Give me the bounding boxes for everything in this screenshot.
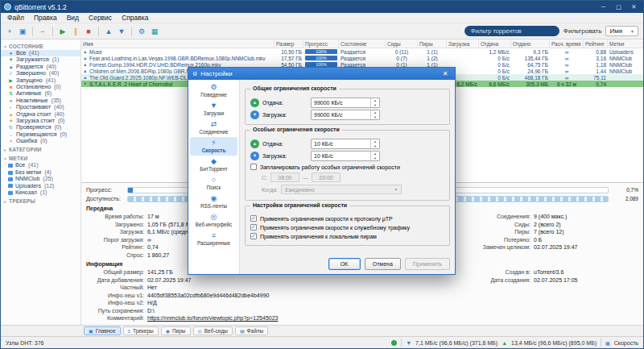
connection-status-icon[interactable] [391,340,397,346]
tag-filter-all[interactable]: Все(41) [1,162,80,168]
upload-speed[interactable]: 13,4 МБ/с (96,6 МБ/с) (895,0 МБ) [511,340,597,346]
checkbox-checked-icon[interactable] [250,224,257,231]
column-header-ratio[interactable]: Рейтинг [584,39,608,48]
close-button[interactable]: ✕ [628,3,640,10]
status-filter-inactive[interactable]: ●Неактивные(35) [1,98,80,104]
nav-advanced[interactable]: ≡Расширенные [190,230,237,248]
maximize-button[interactable]: ▢ [613,3,625,10]
torrent-filter-input[interactable] [464,26,559,36]
checkbox-unchecked-icon[interactable] [250,164,257,170]
schedule-days-select[interactable]: Ежедневно▼ [281,185,402,194]
nav-webui[interactable]: ◎Веб-интерфейс [190,211,237,230]
add-torrent-file-icon[interactable]: ▣ [17,26,28,37]
table-row[interactable]: ▲Muse 10,50 ГБ 100% Раздается 0 (11) 1 (… [81,48,643,55]
limit-overhead-checkbox[interactable]: Применять ограничения скорости к служебн… [250,224,444,231]
stop-icon[interactable]: ■ [83,26,94,37]
dialog-close-icon[interactable]: ✕ [440,70,451,77]
column-header-peers[interactable]: Пиры [418,39,447,48]
filter-column-select[interactable]: Имя▼ [605,26,638,36]
section-status[interactable]: ▾СОСТОЯНИЕ [1,41,80,50]
comment-link[interactable]: https://nnmclub.to/forum/viewtopic.php?p… [147,314,278,322]
spinner-arrows-icon[interactable]: ▲▼ [370,110,379,119]
tab-peers[interactable]: ◉Пиры [161,326,191,335]
menu-view[interactable]: Вид [62,14,84,22]
section-trackers[interactable]: ▸ТРЕКЕРЫ [1,196,80,205]
column-header-name[interactable]: Имя [81,39,275,48]
column-header-seeds[interactable]: Сиды [386,39,418,48]
cancel-button[interactable]: Отмена [365,258,401,270]
nav-speed[interactable]: ⚡Скорость [190,137,237,156]
limit-utp-checkbox[interactable]: Применять ограничения скорости к протоко… [250,215,444,222]
spinner-arrows-icon[interactable]: ▲▼ [370,152,379,160]
menu-help[interactable]: Справка [117,14,153,22]
status-filter-active[interactable]: ⇅Активные(6) [1,90,80,97]
status-filter-stopped[interactable]: ■Остановлено(0) [1,84,80,90]
menu-tools[interactable]: Сервис [84,14,117,22]
section-tags[interactable]: ▾МЕТКИ [1,153,80,162]
ok-button[interactable]: OK [328,258,361,270]
status-filter-moving[interactable]: →Перемещаются(0) [1,131,80,138]
nav-connection[interactable]: ⇄Соединение [190,118,237,137]
status-filter-running[interactable]: ▶Запущено(41) [1,77,80,84]
alt-upload-limit-spinbox[interactable]: 10 КБ/с▲▼ [311,139,380,149]
global-upload-limit-spinbox[interactable]: 99000 КБ/с▲▼ [311,98,380,108]
status-filter-checking[interactable]: ↻Проверяются(0) [1,124,80,131]
nav-bittorrent[interactable]: ◆БитТоррент [190,156,237,174]
tab-webseeds[interactable]: ◎Веб-сиды [193,326,233,335]
remove-torrent-icon[interactable]: − [37,26,48,37]
status-filter-seeding[interactable]: ▲Раздается(40) [1,64,80,70]
menu-edit[interactable]: Правка [29,14,62,22]
speed-button[interactable]: Скорость [614,340,638,346]
queue-down-icon[interactable]: ▼ [116,26,127,37]
column-header-uploaded[interactable]: Отдано [511,39,550,48]
checkbox-checked-icon[interactable] [250,233,257,239]
add-torrent-link-icon[interactable]: + [4,26,15,37]
nav-search[interactable]: ○Поиск [190,174,237,193]
tag-filter-nnmclub[interactable]: NNMClub(25) [1,176,80,182]
preferences-icon[interactable]: ⚙ [136,26,147,37]
status-filter-stalled-downloading[interactable]: ▼Загрузка стоит(0) [1,118,80,124]
column-header-dl-speed[interactable]: Загрузка [447,39,479,48]
tag-filter-untagged[interactable]: Без метки(4) [1,169,80,176]
minimize-button[interactable]: ─ [597,3,609,10]
table-row[interactable]: ▲Fear.and.Loathing.in.Las.Vegas.1998.GBR… [81,55,643,61]
spinner-arrows-icon[interactable]: ▲▼ [370,139,379,148]
queue-up-icon[interactable]: ▲ [103,26,114,37]
resume-icon[interactable]: ▶ [57,26,68,37]
limit-local-peers-checkbox[interactable]: Применять ограничения к локальным пирам [250,233,444,239]
tag-filter-kinozal[interactable]: Кинозал(1) [1,189,80,196]
tab-general[interactable]: ▣Главное [84,326,121,335]
nav-behavior[interactable]: ⚙Поведение [190,81,237,100]
column-header-ul-speed[interactable]: Отдача [479,39,511,48]
status-filter-errored[interactable]: ×Ошибка(0) [1,138,80,144]
search-icon: ○ [212,176,216,184]
status-filter-downloading[interactable]: ▼Загружается(1) [1,56,80,63]
status-filter-completed[interactable]: ✓Завершено(40) [1,70,80,77]
tag-filter-uploaders[interactable]: Uploaders(12) [1,183,80,189]
global-download-limit-spinbox[interactable]: 99000 КБ/с▲▼ [311,110,380,120]
tab-files[interactable]: ▤Файлы [235,326,268,335]
apply-button[interactable]: Применить [405,258,450,270]
pause-icon[interactable]: ∥ [70,26,81,37]
section-categories[interactable]: ▸КАТЕГОРИИ [1,144,80,153]
nav-downloads[interactable]: ▼Загрузки [190,100,237,118]
status-filter-all[interactable]: ●Все(41) [1,50,80,56]
column-header-progress[interactable]: Прогресс [303,39,339,48]
column-header-tags[interactable]: Метки [608,39,643,48]
nav-rss[interactable]: ◉RSS-ленты [190,193,237,211]
schedule-from-time[interactable]: 08:00 [270,172,299,182]
alt-download-limit-spinbox[interactable]: 10 КБ/с▲▼ [311,151,380,161]
statistics-icon[interactable]: ▦ [149,26,160,37]
column-header-size[interactable]: Размер [275,39,303,48]
spinner-arrows-icon[interactable]: ▲▼ [370,98,379,107]
schedule-to-time[interactable]: 20:00 [312,172,341,182]
column-header-eta[interactable]: Расч. время [550,39,584,48]
menu-file[interactable]: Файл [2,14,29,22]
checkbox-checked-icon[interactable] [250,215,257,222]
column-header-state[interactable]: Состояние [339,39,386,48]
download-speed[interactable]: 7,1 МБ/с (96,6 МБ/с) (371,8 МБ) [415,340,497,346]
tab-trackers[interactable]: ≡Трекеры [123,326,159,335]
status-filter-stalled[interactable]: ◐Простаивают(40) [1,104,80,110]
schedule-checkbox[interactable]: Запланировать работу особых ограничений … [250,164,444,170]
status-filter-stalled-uploading[interactable]: ▲Отдача стоит(40) [1,111,80,118]
